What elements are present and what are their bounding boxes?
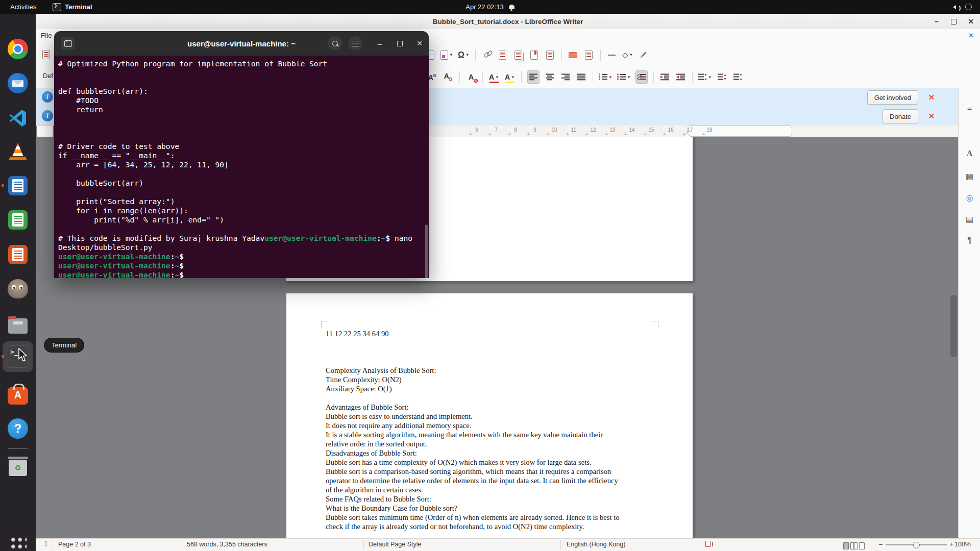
justify-icon[interactable]: [576, 71, 587, 83]
search-icon: [332, 41, 338, 46]
dock-tooltip: Terminal: [44, 338, 84, 353]
freeform-line-icon[interactable]: [638, 49, 649, 61]
donate-button[interactable]: Donate: [883, 109, 918, 123]
writer-close-button[interactable]: ✕: [967, 17, 975, 26]
ruler-number: 13: [609, 127, 615, 133]
zoom-level[interactable]: 100%: [954, 541, 971, 548]
highlight-color-icon[interactable]: A▼: [504, 71, 516, 83]
insert-footnote-icon[interactable]: [497, 49, 508, 61]
get-involved-button[interactable]: Get involved: [867, 90, 918, 105]
mouse-cursor: [17, 348, 29, 364]
terminal-scrollbar[interactable]: [425, 224, 428, 278]
paragraph-style-combo[interactable]: Def: [43, 72, 53, 80]
terminal-maximize-button[interactable]: [393, 36, 407, 51]
maximize-icon: [397, 41, 403, 46]
ruler-number: 8: [514, 127, 517, 133]
status-page-style[interactable]: Default Page Style: [369, 541, 422, 548]
dock-item-chrome[interactable]: [6, 37, 30, 61]
dock-item-show-applications[interactable]: [6, 532, 30, 551]
paragraph-spacing-decrease-icon[interactable]: [732, 71, 744, 83]
numbered-list-icon[interactable]: ▼: [617, 71, 631, 83]
document-close-icon[interactable]: ✕: [968, 32, 974, 39]
insert-field-icon[interactable]: ▼: [440, 49, 453, 61]
ruler-number: 14: [629, 127, 634, 133]
writer-minimize-button[interactable]: –: [933, 17, 941, 26]
save-status-icon[interactable]: ⇩: [43, 540, 48, 548]
insert-endnote-icon[interactable]: [513, 49, 524, 61]
decrease-indent-icon[interactable]: [675, 71, 687, 83]
dock-item-trash[interactable]: ♻: [6, 456, 30, 480]
dock-item-gimp[interactable]: [6, 277, 30, 301]
writer-titlebar[interactable]: Bubble_Sort_tutorial.docx - LibreOffice …: [36, 14, 980, 30]
insert-bookmark-icon[interactable]: [529, 49, 540, 61]
dock-item-files[interactable]: [6, 314, 30, 338]
dock-item-help[interactable]: ?: [6, 416, 30, 441]
dock-item-vlc[interactable]: [6, 139, 30, 164]
infobar-close-icon[interactable]: ✕: [926, 111, 937, 121]
navigator-icon[interactable]: ◎: [959, 193, 980, 203]
bell-icon: [509, 5, 514, 9]
terminal-close-button[interactable]: ✕: [412, 36, 427, 51]
single-page-view-icon: [843, 542, 849, 549]
cross-reference-icon[interactable]: [545, 49, 556, 61]
bullet-list-icon[interactable]: ▼: [599, 71, 612, 83]
styles-icon[interactable]: ¶: [959, 236, 980, 245]
ruler-number: 7: [495, 127, 498, 133]
font-color-icon[interactable]: A▼: [488, 71, 500, 83]
text-boundary-corner: [652, 321, 658, 328]
overtype-indicator[interactable]: I: [705, 541, 713, 548]
menu-file[interactable]: File: [41, 32, 52, 39]
insert-comment-icon[interactable]: [568, 49, 579, 61]
dock-item-libreoffice-calc[interactable]: [6, 208, 30, 232]
align-left-icon[interactable]: [527, 70, 540, 84]
info-icon: i: [42, 110, 53, 121]
menu-button[interactable]: [348, 36, 362, 51]
clock[interactable]: Apr 22 02:13: [465, 3, 503, 11]
align-right-icon[interactable]: [560, 71, 571, 83]
increase-indent-icon[interactable]: [659, 71, 671, 83]
terminal-titlebar[interactable]: user@user-virtual-machine: ~ – ✕: [54, 31, 429, 56]
align-center-icon[interactable]: [544, 71, 555, 83]
document-page-2[interactable]: 11 12 22 25 34 64 90 Complexity Analysis…: [286, 293, 693, 538]
status-page-number[interactable]: Page 2 of 3: [58, 541, 91, 548]
status-word-count[interactable]: 568 words, 3,355 characters: [187, 541, 267, 548]
page-icon[interactable]: ▤: [959, 214, 980, 224]
infobar-close-icon[interactable]: ✕: [926, 92, 937, 103]
dock-item-libreoffice-writer[interactable]: [6, 173, 30, 198]
no-list-icon[interactable]: [635, 70, 648, 84]
document-scrollbar[interactable]: [950, 295, 957, 357]
status-language[interactable]: English (Hong Kong): [567, 541, 625, 548]
paragraph-spacing-increase-icon[interactable]: [717, 71, 728, 83]
toolbar-separator: [692, 71, 693, 83]
writer-restore-button[interactable]: [951, 19, 957, 24]
special-character-icon[interactable]: Ω▼: [458, 49, 470, 61]
document-text: 11 12 22 25 34 64 90 Complexity Analysis…: [326, 329, 619, 531]
ruler-number: 12: [590, 127, 596, 133]
horizontal-ruler[interactable]: 6·⊥7·⊥8·⊥9·⊥10·⊥11·⊥12·⊥13·⊥14·⊥15·⊥16·⊥…: [429, 126, 958, 137]
line-spacing-icon[interactable]: ▼: [698, 71, 712, 83]
hyperlink-icon[interactable]: [481, 49, 493, 61]
properties-icon[interactable]: A: [959, 149, 980, 158]
search-button[interactable]: [328, 36, 342, 51]
basic-shapes-icon[interactable]: ◇▼: [622, 49, 633, 61]
terminal-output[interactable]: # Optimized Python program for implement…: [54, 56, 429, 278]
dock-item-libreoffice-impress[interactable]: [6, 242, 30, 267]
new-document-icon[interactable]: [42, 50, 50, 59]
sidebar-settings-icon[interactable]: ≡: [959, 105, 980, 114]
clear-formatting-icon[interactable]: A⊘: [465, 71, 477, 83]
dock-item-ubuntu-software[interactable]: [6, 382, 30, 407]
dock: ?♻: [0, 14, 36, 551]
dock-item-thunderbird[interactable]: [6, 71, 30, 95]
track-changes-icon[interactable]: [583, 49, 595, 61]
gallery-icon[interactable]: ▦: [959, 171, 980, 181]
horizontal-line-icon[interactable]: [606, 49, 618, 61]
toolbar-separator: [459, 71, 460, 83]
subscript-icon[interactable]: AB: [443, 71, 454, 83]
view-layout-buttons[interactable]: [843, 542, 866, 549]
terminal-minimize-button[interactable]: –: [373, 36, 387, 51]
ruler-corner: [37, 126, 53, 138]
zoom-slider[interactable]: –+: [879, 541, 953, 548]
toolbar-separator: [600, 49, 601, 61]
desktop: Bubble_Sort_tutorial.docx - LibreOffice …: [0, 0, 980, 551]
dock-item-vscode[interactable]: [6, 105, 30, 130]
